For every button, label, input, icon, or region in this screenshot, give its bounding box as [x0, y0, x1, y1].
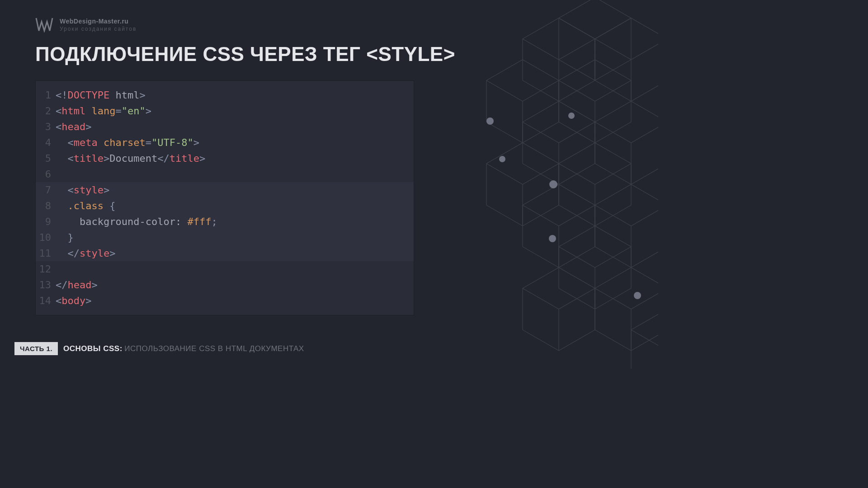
page-title: ПОДКЛЮЧЕНИЕ CSS ЧЕРЕЗ ТЕГ <STYLE> — [35, 43, 455, 66]
site-name: WebDesign-Master.ru — [60, 18, 137, 25]
footer-breadcrumb: ЧАСТЬ 1. ОСНОВЫ CSS: ИСПОЛЬЗОВАНИЕ CSS В… — [14, 342, 304, 355]
code-line: 1 <!DOCTYPE html> — [36, 87, 414, 103]
code-line: 4 <meta charset="UTF-8"> — [36, 135, 414, 150]
code-block: 1 <!DOCTYPE html> 2 <html lang="en"> 3 <… — [35, 80, 414, 315]
site-tagline: Уроки создания сайтов — [60, 26, 137, 32]
code-line: 12 — [36, 261, 414, 277]
logo-icon — [35, 17, 53, 33]
breadcrumb-section: ОСНОВЫ CSS: — [63, 344, 123, 353]
code-line: 10 } — [36, 230, 414, 245]
code-line: 6 — [36, 166, 414, 182]
svg-point-4 — [549, 235, 556, 242]
site-header: WebDesign-Master.ru Уроки создания сайто… — [35, 17, 137, 33]
decorative-cubes — [441, 0, 658, 369]
svg-point-3 — [549, 180, 557, 188]
code-line: 3 <head> — [36, 119, 414, 135]
code-line: 7 <style> — [36, 182, 414, 198]
svg-point-5 — [634, 292, 641, 299]
code-line: 2 <html lang="en"> — [36, 103, 414, 119]
code-line: 11 </style> — [36, 245, 414, 261]
code-line: 8 .class { — [36, 198, 414, 214]
code-line: 5 <title>Document</title> — [36, 150, 414, 166]
code-line: 14 <body> — [36, 293, 414, 309]
code-line: 13 </head> — [36, 277, 414, 293]
svg-point-2 — [499, 156, 505, 162]
part-badge: ЧАСТЬ 1. — [14, 342, 58, 355]
svg-point-0 — [486, 117, 494, 125]
svg-point-1 — [568, 113, 575, 119]
code-line: 9 background-color: #fff; — [36, 214, 414, 230]
breadcrumb-topic: ИСПОЛЬЗОВАНИЕ CSS В HTML ДОКУМЕНТАХ — [124, 344, 304, 353]
